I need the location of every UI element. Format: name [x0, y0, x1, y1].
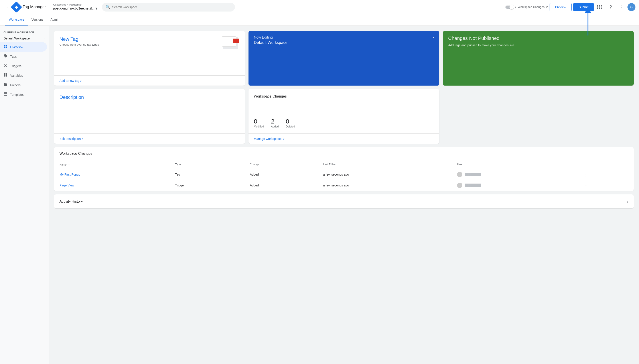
description-card: Description Edit description › — [54, 89, 245, 144]
row2-user-name: ████████ — [465, 184, 481, 187]
user-avatar[interactable]: G — [627, 3, 635, 11]
tab-admin[interactable]: Admin — [47, 14, 63, 26]
not-published-card: Changes Not Published Add tags and publi… — [443, 31, 634, 86]
row2-last-edited: a few seconds ago — [318, 180, 452, 191]
search-input[interactable] — [112, 5, 231, 9]
description-title: Description — [60, 94, 240, 100]
stat-modified: 0 Modified — [254, 118, 264, 128]
activity-expand-button[interactable]: › — [627, 199, 628, 204]
row1-change: Added — [244, 169, 318, 180]
preview-button[interactable]: Preview — [550, 3, 572, 11]
table-body: My First Popup Tag Added a few seconds a… — [54, 169, 634, 191]
workspace-changes-label: Workspace Changes: 2 — [518, 5, 548, 9]
row2-name[interactable]: Page View — [54, 180, 170, 191]
tab-workspace[interactable]: Workspace — [5, 14, 28, 26]
new-tag-card-top: New Tag Choose from over 50 tag types — [60, 36, 240, 50]
workspace-selector[interactable]: Default Workspace › — [0, 34, 49, 42]
row1-name[interactable]: My First Popup — [54, 169, 170, 180]
sidebar-item-variables[interactable]: Variables — [0, 71, 47, 80]
manage-workspaces-arrow-icon: › — [283, 136, 284, 141]
overview-icon — [4, 44, 8, 50]
workspace-changes-table-card: Workspace Changes Name ↑ Type Change Las… — [54, 147, 634, 191]
second-cards-grid: Description Edit description › Workspace… — [54, 89, 634, 144]
sidebar-section-label: CURRENT WORKSPACE — [0, 29, 49, 34]
row1-type: Tag — [170, 169, 244, 180]
row2-user: ████████ — [452, 180, 578, 191]
workspace-changes-body: Workspace Changes 0 Modified 2 Added 0 D — [248, 89, 439, 134]
sidebar: CURRENT WORKSPACE Default Workspace › Ov… — [0, 26, 49, 364]
col-user: User — [452, 160, 578, 169]
table-row: Page View Trigger Added a few seconds ag… — [54, 180, 634, 191]
manage-workspaces-link[interactable]: Manage workspaces › — [248, 134, 439, 144]
tag-icon-wrapper — [222, 36, 240, 50]
now-editing-workspace-name: Default Workspace — [254, 40, 434, 45]
sidebar-item-folders[interactable]: Folders — [0, 80, 47, 90]
sort-icon: ↑ — [68, 163, 70, 166]
header-actions: / Workspace Changes: 2 Preview Submit ? … — [505, 3, 635, 12]
new-tag-description: Choose from over 50 tag types — [60, 43, 99, 46]
apps-button[interactable] — [595, 3, 604, 12]
workspace-changes-card-title: Workspace Changes — [254, 94, 434, 98]
svg-rect-4 — [4, 46, 5, 48]
search-bar[interactable]: 🔍 — [102, 3, 235, 12]
variables-icon — [4, 73, 8, 78]
page-layout: CURRENT WORKSPACE Default Workspace › Ov… — [0, 26, 639, 364]
table-head: Name ↑ Type Change Last Edited User — [54, 160, 634, 169]
table-row: My First Popup Tag Added a few seconds a… — [54, 169, 634, 180]
new-tag-title: New Tag — [60, 36, 99, 42]
workspace-changes-table-title: Workspace Changes — [60, 152, 92, 156]
add-new-tag-link[interactable]: Add a new tag › — [54, 75, 245, 86]
sidebar-item-triggers[interactable]: Triggers — [0, 61, 47, 71]
empty-card-slot — [443, 89, 634, 144]
row2-user-avatar — [457, 183, 462, 188]
svg-rect-2 — [4, 45, 5, 46]
now-editing-more-button[interactable]: ⋮ — [431, 34, 436, 40]
now-editing-card: Now Editing Default Workspace ⋮ — [248, 31, 439, 86]
stat-modified-number: 0 — [254, 118, 264, 125]
col-last-edited: Last Edited — [318, 160, 452, 169]
activity-title: Activity History — [60, 200, 83, 204]
sidebar-item-label-templates: Templates — [10, 93, 25, 96]
submit-button[interactable]: Submit — [573, 3, 594, 11]
row2-change: Added — [244, 180, 318, 191]
sidebar-item-label-variables: Variables — [10, 74, 23, 77]
row1-actions: ⋮ — [578, 169, 634, 180]
toggle-thumb — [509, 5, 514, 9]
tag-icon-red — [233, 38, 239, 43]
col-type: Type — [170, 160, 244, 169]
stat-modified-label: Modified — [254, 125, 264, 128]
svg-rect-11 — [6, 75, 7, 77]
sidebar-item-tags[interactable]: Tags — [0, 52, 47, 61]
svg-rect-10 — [4, 75, 6, 77]
stat-deleted-number: 0 — [286, 118, 295, 125]
app-name-label: Tag Manager — [23, 5, 46, 9]
row1-more-button[interactable]: ⋮ — [584, 172, 588, 177]
overview-cards-grid: New Tag Choose from over 50 tag types Ad… — [54, 31, 634, 86]
new-tag-card: New Tag Choose from over 50 tag types Ad… — [54, 31, 245, 86]
row1-last-edited: a few seconds ago — [318, 169, 452, 180]
edit-description-link[interactable]: Edit description › — [54, 134, 245, 144]
triggers-icon — [4, 64, 8, 68]
svg-rect-5 — [6, 46, 7, 48]
svg-point-7 — [5, 65, 6, 66]
help-button[interactable]: ? — [606, 3, 615, 12]
stat-deleted: 0 Deleted — [286, 118, 295, 128]
edit-description-arrow-icon: › — [82, 136, 83, 141]
card-link-arrow-icon: › — [80, 78, 82, 83]
breadcrumb: All accounts > Popupsmart — [53, 3, 97, 6]
svg-rect-3 — [6, 45, 7, 46]
sidebar-item-overview[interactable]: Overview — [0, 42, 47, 52]
row1-user-name: ████████ — [465, 173, 481, 176]
workspace-changes-info: / Workspace Changes: 2 — [505, 5, 548, 9]
app-header: ← ◆ Tag Manager All accounts > Popupsmar… — [0, 0, 639, 14]
more-options-button[interactable]: ⋮ — [617, 3, 626, 12]
tab-versions[interactable]: Versions — [28, 14, 47, 26]
activity-history-card: Activity History › — [54, 194, 634, 208]
svg-rect-8 — [4, 74, 6, 75]
account-selector[interactable]: All accounts > Popupsmart poetic-muffin-… — [53, 3, 97, 11]
col-change: Change — [244, 160, 318, 169]
sidebar-item-templates[interactable]: Templates — [0, 90, 47, 99]
workspace-changes-table-header: Workspace Changes — [54, 147, 634, 160]
nav-tabs: Workspace Versions Admin — [0, 14, 639, 26]
row2-more-button[interactable]: ⋮ — [584, 183, 588, 188]
